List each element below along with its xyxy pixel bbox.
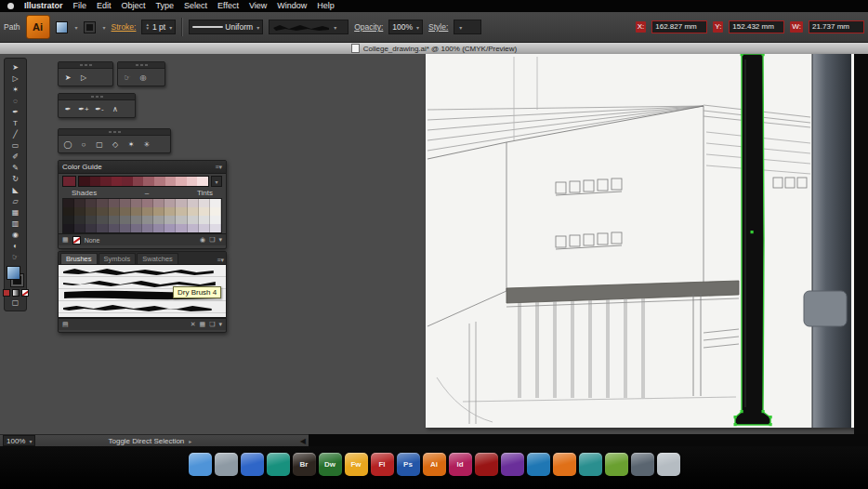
color-swatch[interactable] — [199, 224, 210, 232]
dock-photoshop[interactable]: Ps — [397, 453, 420, 476]
direct-selection-tool[interactable]: ▷ — [6, 73, 25, 84]
x-value-input[interactable]: 162.827 mm — [651, 20, 707, 33]
color-swatch[interactable] — [176, 207, 187, 216]
panel-grip[interactable] — [59, 94, 135, 100]
color-swatch[interactable] — [131, 199, 142, 207]
stroke-weight-select[interactable]: ▲▼ 1 pt ▾ — [141, 20, 176, 34]
color-swatch[interactable] — [85, 216, 97, 224]
color-mode-button[interactable] — [3, 289, 10, 297]
color-swatch[interactable] — [164, 224, 176, 232]
color-swatch[interactable] — [153, 199, 164, 207]
pen-tool[interactable]: ✒ — [6, 106, 25, 117]
color-swatch[interactable] — [74, 224, 85, 232]
rotate-tool[interactable]: ↻ — [6, 173, 25, 184]
fill-color-well[interactable] — [56, 21, 68, 33]
color-swatch[interactable] — [97, 207, 108, 216]
gradient-tool[interactable]: ▥ — [6, 218, 25, 229]
selection-tool[interactable]: ➤ — [61, 71, 74, 84]
circle-tool[interactable]: ○ — [77, 138, 90, 151]
star-tool[interactable]: ✶ — [125, 138, 138, 151]
color-swatch[interactable] — [199, 207, 210, 216]
color-swatch[interactable] — [210, 207, 221, 216]
color-swatch[interactable] — [131, 224, 142, 232]
color-variation-swatch[interactable] — [197, 177, 208, 186]
color-swatch[interactable] — [120, 207, 131, 216]
color-swatch[interactable] — [120, 224, 131, 232]
color-swatch[interactable] — [176, 216, 187, 224]
color-variation-swatch[interactable] — [176, 177, 187, 186]
color-swatch[interactable] — [210, 224, 221, 232]
brush-item[interactable] — [59, 265, 226, 277]
gradient-mode-button[interactable] — [12, 289, 20, 297]
color-swatch[interactable] — [164, 199, 176, 207]
zoom-level-select[interactable]: 100% ▾ — [3, 435, 35, 446]
color-swatch[interactable] — [210, 199, 221, 207]
menu-select[interactable]: Select — [184, 0, 207, 12]
panel-options-icon[interactable]: ▾ — [218, 236, 222, 244]
dock-app-lightblue[interactable] — [527, 453, 550, 476]
dock-finder[interactable] — [189, 453, 212, 476]
width-profile-select[interactable]: Uniform ▾ — [189, 20, 263, 34]
dock-app-cyan[interactable] — [579, 453, 602, 476]
delete-brush-icon[interactable]: ▾ — [218, 321, 222, 328]
magic-wand-tool[interactable]: ✶ — [6, 84, 25, 95]
dock-app-slate[interactable] — [631, 453, 654, 476]
brush-libraries-icon[interactable]: ▤ — [62, 321, 69, 328]
free-transform-tool[interactable]: ▱ — [6, 195, 25, 206]
dock-illustrator[interactable]: Ai — [423, 453, 446, 476]
panel-grip[interactable] — [59, 129, 170, 136]
dock-app-blue[interactable] — [241, 453, 264, 476]
delete-anchor-point-tool[interactable]: ✒- — [93, 102, 106, 115]
direct-selection-tool[interactable]: ▷ — [77, 71, 90, 84]
color-swatch[interactable] — [131, 207, 142, 216]
eyedropper-tool[interactable]: ◉ — [6, 229, 25, 240]
opacity-link[interactable]: Opacity: — [354, 22, 383, 32]
brush-definition-select[interactable]: ▾ — [269, 20, 349, 34]
menu-help[interactable]: Help — [317, 0, 335, 12]
pen-tool[interactable]: ✒ — [61, 102, 74, 115]
tab-brushes[interactable]: Brushes — [60, 253, 98, 264]
menu-edit[interactable]: Edit — [97, 0, 112, 12]
dock-dreamweaver[interactable]: Dw — [319, 453, 342, 476]
color-swatch[interactable] — [164, 216, 176, 224]
base-color-swatch[interactable] — [62, 176, 76, 187]
color-swatch[interactable] — [142, 199, 153, 207]
menu-illustrator[interactable]: Illustrator — [24, 0, 63, 12]
color-swatch[interactable] — [63, 216, 74, 224]
lasso-tool[interactable]: ◌ — [6, 95, 25, 106]
dock-app-green[interactable] — [605, 453, 628, 476]
color-variation-swatch[interactable] — [165, 177, 177, 186]
stroke-weight-stepper[interactable]: ▲▼ — [145, 23, 149, 31]
color-swatch[interactable] — [142, 207, 153, 216]
polygon-tool[interactable]: ◇ — [109, 138, 122, 151]
color-swatch[interactable] — [74, 216, 85, 224]
save-group-icon[interactable]: ❏ — [209, 236, 215, 244]
flare-tool[interactable]: ✳ — [140, 138, 153, 151]
options-icon[interactable]: ▦ — [200, 321, 206, 328]
panel-grip[interactable] — [118, 62, 164, 69]
style-link[interactable]: Style: — [428, 22, 448, 32]
stroke-color-well[interactable] — [84, 21, 96, 33]
blend-tool[interactable]: ◐ — [6, 240, 25, 251]
color-variation-swatch[interactable] — [122, 177, 133, 186]
color-swatch[interactable] — [97, 216, 108, 224]
color-swatch[interactable] — [176, 224, 187, 232]
dock-app-orange[interactable] — [553, 453, 576, 476]
paintbrush-tool[interactable]: ✐ — [6, 151, 25, 162]
color-swatch[interactable] — [210, 216, 221, 224]
color-swatch[interactable] — [109, 199, 120, 207]
color-swatch[interactable] — [199, 216, 210, 224]
dock-acrobat[interactable] — [475, 453, 498, 476]
menu-effect[interactable]: Effect — [217, 0, 239, 12]
style-select[interactable]: ▾ — [454, 20, 481, 34]
type-tool[interactable]: T — [6, 117, 25, 128]
fill-color-swatch[interactable] — [7, 266, 20, 280]
color-swatch[interactable] — [109, 216, 120, 224]
dock-indesign[interactable]: Id — [449, 453, 472, 476]
panel-menu-icon[interactable]: ≡▾ — [217, 257, 224, 264]
color-variation-swatch[interactable] — [100, 177, 112, 186]
color-swatch[interactable] — [188, 216, 199, 224]
rectangle-tool[interactable]: ▭ — [6, 139, 25, 151]
rounded-rectangle-tool[interactable]: ▢ — [93, 138, 106, 151]
stroke-dropdown-icon[interactable]: ▾ — [103, 24, 106, 31]
